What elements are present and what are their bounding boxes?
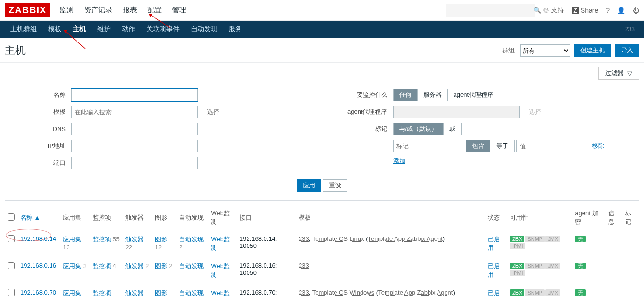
interface-cell: 192.168.0.14: 10050	[237, 230, 296, 257]
subnav-maintenance[interactable]: 维护	[92, 21, 116, 37]
monitor-radio[interactable]: 任何 服务器 agent代理程序	[393, 89, 500, 101]
reset-button[interactable]: 重设	[323, 179, 347, 192]
nav-config[interactable]: 配置	[146, 1, 163, 19]
triggers-link[interactable]: 触发器	[125, 263, 144, 270]
triggers-link[interactable]: 触发器	[125, 236, 144, 243]
triggers-link[interactable]: 触发器	[125, 289, 144, 297]
subnav-count: 233	[619, 22, 639, 36]
status-link[interactable]: 已启用	[488, 289, 500, 297]
import-button[interactable]: 导入	[615, 44, 639, 57]
subnav-actions[interactable]: 动作	[116, 21, 141, 37]
proxy-select-button: 选择	[523, 106, 547, 118]
graphs-link[interactable]: 图形	[155, 289, 167, 297]
graphs-link[interactable]: 图形	[155, 263, 167, 270]
nav-reports[interactable]: 报表	[122, 1, 138, 19]
col-tpl: 模板	[296, 205, 485, 230]
monitor-any[interactable]: 任何	[394, 89, 417, 101]
discovery-link[interactable]: 自动发现	[179, 236, 204, 243]
sub-nav: 主机群组 模板 主机 维护 动作 关联项事件 自动发现 服务 233	[0, 21, 644, 38]
subnav-correlation[interactable]: 关联项事件	[141, 21, 185, 37]
template-label: 模板	[15, 108, 71, 116]
page-header: 主机 群组 所有 创建主机 导入	[0, 38, 644, 63]
apps-link[interactable]: 应用集	[63, 263, 81, 270]
page-title: 主机	[5, 43, 26, 58]
monitor-proxy[interactable]: agent代理程序	[447, 89, 499, 101]
availability-cell: ZBXSNMPJMXIPMI	[507, 284, 572, 297]
tag-key-input[interactable]	[393, 140, 464, 152]
global-search[interactable]: 🔍	[446, 4, 535, 17]
apply-button[interactable]: 应用	[297, 179, 321, 192]
templates-cell[interactable]: 233, Template OS Linux (Template App Zab…	[296, 230, 485, 257]
encryption-badge: 无	[575, 263, 586, 269]
items-link[interactable]: 监控项	[93, 289, 111, 297]
port-input[interactable]	[71, 157, 198, 169]
tag-remove-link[interactable]: 移除	[592, 142, 604, 150]
dns-input[interactable]	[71, 123, 198, 135]
web-link[interactable]: Web监测	[211, 236, 230, 251]
graphs-link[interactable]: 图形	[155, 236, 167, 243]
host-name-link[interactable]: 192.168.0.70	[20, 289, 56, 296]
tag-op-contains[interactable]: 包含	[466, 140, 490, 152]
create-host-button[interactable]: 创建主机	[574, 44, 611, 57]
host-name-link[interactable]: 192.168.0.14	[20, 235, 56, 242]
name-input[interactable]	[71, 89, 198, 101]
items-link[interactable]: 监控项	[93, 263, 111, 270]
host-name-link[interactable]: 192.168.0.16	[20, 262, 56, 269]
filter-tab-label: 过滤器	[605, 69, 624, 77]
power-icon[interactable]: ⏻	[633, 7, 639, 14]
tag-add-link[interactable]: 添加	[393, 157, 405, 165]
tags-mode-or[interactable]: 或	[443, 123, 461, 135]
ip-input[interactable]	[71, 140, 198, 152]
tag-op-equals[interactable]: 等于	[490, 140, 514, 152]
discovery-link[interactable]: 自动发现	[179, 289, 204, 297]
items-link[interactable]: 监控项	[93, 236, 111, 243]
port-label: 端口	[15, 159, 71, 167]
template-input[interactable]	[71, 106, 198, 118]
web-link[interactable]: Web监测	[211, 263, 230, 278]
templates-cell[interactable]: 233, Template OS Windows (Template App Z…	[296, 284, 485, 297]
hosts-table: 名称 ▲ 应用集 监控项 触发器 图形 自动发现 Web监测 接口 模板 状态 …	[5, 205, 639, 297]
discovery-link[interactable]: 自动发现	[179, 263, 204, 270]
subnav-hosts[interactable]: 主机	[67, 21, 92, 37]
tags-mode-andor[interactable]: 与/或（默认）	[394, 123, 444, 135]
filter-tab-row: 过滤器 ▽	[0, 63, 644, 80]
encryption-badge: 无	[575, 236, 586, 242]
subnav-hostgroups[interactable]: 主机群组	[5, 21, 43, 37]
table-row: 192.168.0.70 应用集 15 监控项 131 触发器 65 图形 31…	[5, 284, 639, 297]
support-link[interactable]: ♲ 支持	[543, 6, 564, 15]
table-header-row: 名称 ▲ 应用集 监控项 触发器 图形 自动发现 Web监测 接口 模板 状态 …	[5, 205, 639, 230]
row-checkbox[interactable]	[8, 289, 15, 296]
subnav-discovery[interactable]: 自动发现	[185, 21, 223, 37]
search-icon[interactable]: 🔍	[533, 7, 541, 14]
row-checkbox[interactable]	[8, 235, 15, 242]
col-name[interactable]: 名称 ▲	[17, 205, 60, 230]
templates-cell[interactable]: 233	[296, 257, 485, 284]
search-input[interactable]	[446, 7, 533, 14]
nav-monitor[interactable]: 监测	[59, 1, 75, 19]
row-checkbox[interactable]	[8, 262, 15, 269]
group-select[interactable]: 所有	[520, 44, 570, 57]
status-link[interactable]: 已启用	[488, 263, 500, 278]
col-disc: 自动发现	[176, 205, 208, 230]
share-link[interactable]: Z Share	[572, 7, 598, 14]
template-select-button[interactable]: 选择	[201, 106, 225, 118]
nav-admin[interactable]: 管理	[171, 1, 187, 19]
filter-tab[interactable]: 过滤器 ▽	[598, 67, 639, 80]
status-link[interactable]: 已启用	[488, 236, 500, 251]
monitor-server[interactable]: 服务器	[417, 89, 447, 101]
monitor-label: 要监控什么	[322, 91, 393, 99]
apps-link[interactable]: 应用集	[63, 289, 81, 297]
logo[interactable]: ZABBIX	[5, 3, 50, 17]
col-tags: 标记	[622, 205, 639, 230]
tags-mode-radio[interactable]: 与/或（默认） 或	[393, 123, 462, 135]
user-icon[interactable]: 👤	[617, 7, 625, 14]
help-icon[interactable]: ?	[606, 7, 610, 14]
select-all-checkbox[interactable]	[8, 213, 15, 221]
nav-inventory[interactable]: 资产记录	[83, 1, 113, 19]
tag-val-input[interactable]	[516, 140, 587, 152]
subnav-templates[interactable]: 模板	[43, 21, 67, 37]
subnav-services[interactable]: 服务	[223, 21, 248, 37]
apps-link[interactable]: 应用集	[63, 236, 81, 243]
web-link[interactable]: Web监测	[211, 289, 230, 297]
tag-op-radio[interactable]: 包含 等于	[466, 140, 515, 152]
